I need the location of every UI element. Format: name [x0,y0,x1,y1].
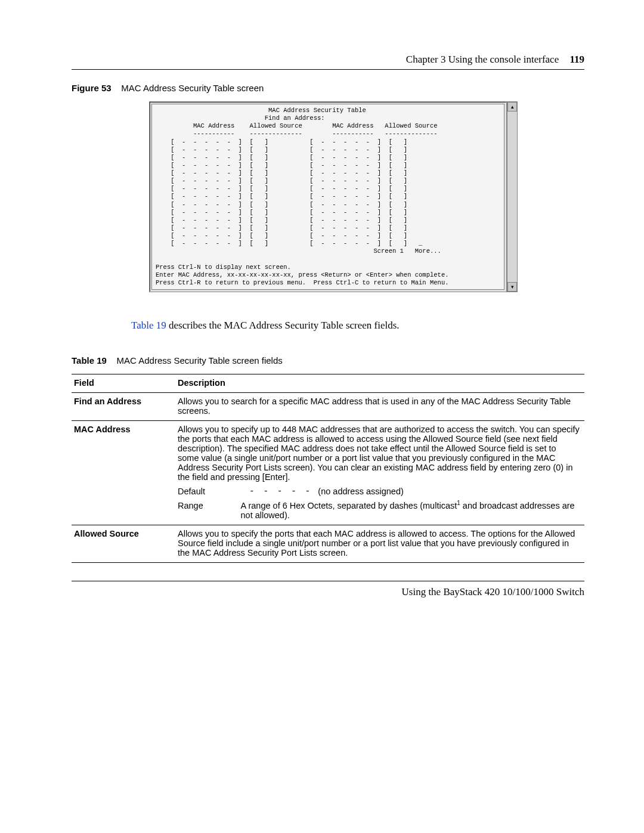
running-head: Chapter 3 Using the console interface 11… [72,54,584,66]
rule-top [72,69,584,70]
field-name: Allowed Source [72,525,175,562]
table-label: Table 19 [72,355,107,366]
page-number: 119 [569,54,584,65]
default-label: Default [178,487,249,496]
table-caption: Table 19 MAC Address Security Table scre… [72,355,584,366]
field-name: MAC Address [72,420,175,525]
col-head-field: Field [72,374,175,392]
default-value-paren: (no address assigned) [318,487,403,496]
figure-followup-paragraph: Table 19 describes the MAC Address Secur… [131,320,584,332]
mac-desc-text: Allows you to specify up to 448 MAC addr… [178,425,580,482]
field-desc: Allows you to specify the ports that eac… [175,525,584,562]
figure-caption: Figure 53 MAC Address Security Table scr… [72,83,584,93]
range-label: Range [178,501,241,520]
range-text: A range of 6 Hex Octets, separated by da… [241,501,580,520]
table-caption-text: MAC Address Security Table screen fields [117,355,283,366]
field-name: Find an Address [72,392,175,420]
figure-followup-rest: describes the MAC Address Security Table… [166,320,400,331]
table-crossref-link[interactable]: Table 19 [131,320,166,331]
page: Chapter 3 Using the console interface 11… [0,0,644,833]
figure-label: Figure 53 [72,83,112,93]
table-row: MAC Address Allows you to specify up to … [72,420,584,525]
table-row: Allowed Source Allows you to specify the… [72,525,584,562]
fields-table: Field Description Find an Address Allows… [72,374,584,563]
scroll-track[interactable] [507,112,517,282]
terminal-text: MAC Address Security Table Find an Addre… [151,104,504,290]
range-row: Range A range of 6 Hex Octets, separated… [178,501,580,520]
table-row: Find an Address Allows you to search for… [72,392,584,420]
footer-text: Using the BayStack 420 10/100/1000 Switc… [72,586,584,598]
terminal-screenshot: ▴ ▾ MAC Address Security Table Find an A… [149,101,507,292]
default-value-mono: - - - - - [249,487,312,496]
default-row: Default - - - - - (no address assigned) [178,487,580,496]
col-head-desc: Description [175,374,584,392]
range-text-1: A range of 6 Hex Octets, separated by da… [241,501,457,510]
field-desc: Allows you to specify up to 448 MAC addr… [175,420,584,525]
field-desc: Allows you to search for a specific MAC … [175,392,584,420]
scroll-down-button[interactable]: ▾ [507,282,517,292]
figure-caption-text: MAC Address Security Table screen [121,83,264,93]
scroll-up-button[interactable]: ▴ [507,102,517,112]
scrollbar[interactable]: ▴ ▾ [507,101,518,292]
chapter-title: Chapter 3 Using the console interface [406,54,559,65]
table-head-row: Field Description [72,374,584,392]
rule-bottom [72,581,584,581]
